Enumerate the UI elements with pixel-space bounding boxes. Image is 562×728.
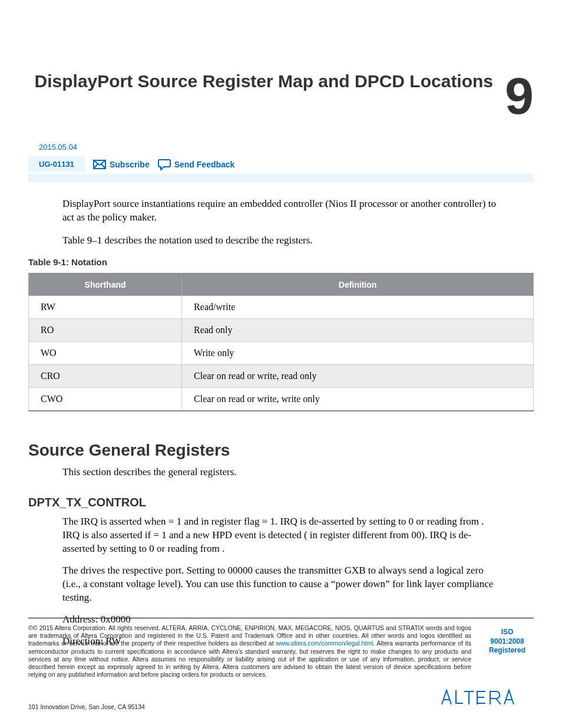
envelope-icon — [93, 160, 106, 169]
legal-text: ©© 2015 Altera Corporation. All rights r… — [28, 624, 471, 678]
register-heading: DPTX_TX_CONTROL — [28, 496, 534, 509]
comment-icon — [158, 159, 171, 170]
table-row: RWRead/write — [29, 296, 534, 319]
intro-paragraph-1: DisplayPort source instantiations requir… — [62, 197, 498, 225]
cell: Clear on read or write, write only — [182, 388, 534, 411]
section-intro: This section describes the general regis… — [62, 466, 498, 479]
col-shorthand: Shorthand — [29, 274, 182, 296]
feedback-label: Send Feedback — [174, 160, 235, 169]
cell: Clear on read or write, read only — [182, 365, 534, 388]
cell: RO — [29, 319, 182, 342]
feedback-link[interactable]: Send Feedback — [158, 159, 235, 170]
subscribe-label: Subscribe — [110, 160, 150, 169]
section-heading: Source General Registers — [28, 441, 534, 460]
document-date: 2015.05.04 — [28, 140, 88, 154]
chapter-title: DisplayPort Source Register Map and DPCD… — [28, 71, 493, 92]
table-row: WOWrite only — [29, 342, 534, 365]
chapter-head: DisplayPort Source Register Map and DPCD… — [28, 71, 534, 117]
register-paragraph-1: The IRQ is asserted when = 1 and in regi… — [62, 515, 498, 556]
footer-rule — [28, 618, 534, 618]
page-content: DisplayPort Source Register Map and DPCD… — [0, 0, 562, 648]
page-footer: ©© 2015 Altera Corporation. All rights r… — [28, 618, 534, 710]
table-row: CWOClear on read or write, write only — [29, 388, 534, 411]
iso-line-1: ISO — [481, 628, 534, 637]
cell: RW — [29, 296, 182, 319]
copyright-symbol: © — [28, 624, 33, 631]
table-row: CROClear on read or write, read only — [29, 365, 534, 388]
col-definition: Definition — [182, 274, 534, 296]
meta-date-row: 2015.05.04 — [28, 140, 534, 154]
cell: WO — [29, 342, 182, 365]
cell: Read/write — [182, 296, 534, 319]
document-id: UG-01131 — [28, 156, 85, 172]
iso-badge: ISO 9001:2008 Registered — [481, 624, 534, 678]
cell: Read only — [182, 319, 534, 342]
header-divider — [28, 174, 534, 182]
legal-link[interactable]: www.altera.com/common/legal.html — [276, 640, 373, 647]
table-header-row: Shorthand Definition — [29, 274, 534, 296]
notation-table: Shorthand Definition RWRead/write RORead… — [28, 273, 534, 411]
subscribe-link[interactable]: Subscribe — [93, 160, 150, 169]
register-paragraph-2: The drives the respective port. Setting … — [62, 564, 498, 605]
iso-line-2: 9001:2008 — [481, 637, 534, 647]
table-row: RORead only — [29, 319, 534, 342]
altera-logo — [439, 687, 534, 710]
intro-paragraph-2: Table 9–1 describes the notation used to… — [62, 234, 498, 248]
cell: CWO — [29, 388, 182, 411]
iso-line-3: Registered — [481, 646, 534, 655]
chapter-number: 9 — [505, 75, 534, 117]
cell: Write only — [182, 342, 534, 365]
meta-action-row: UG-01131 Subscribe Send Feedback — [28, 156, 534, 172]
cell: CRO — [29, 365, 182, 388]
table-caption: Table 9-1: Notation — [28, 257, 534, 267]
company-address: 101 Innovation Drive, San Jose, CA 95134 — [28, 703, 145, 710]
